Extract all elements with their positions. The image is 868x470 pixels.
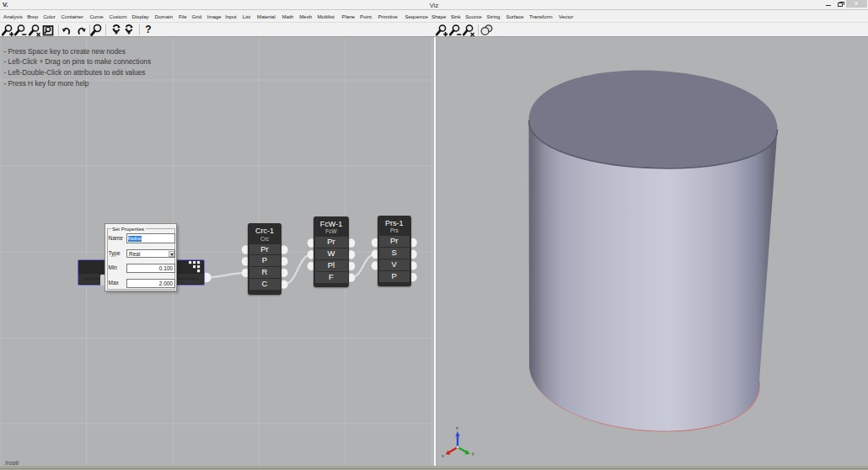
svg-text:z: z <box>456 425 458 430</box>
svg-text:y: y <box>472 451 474 456</box>
svg-text:x: x <box>442 453 444 458</box>
